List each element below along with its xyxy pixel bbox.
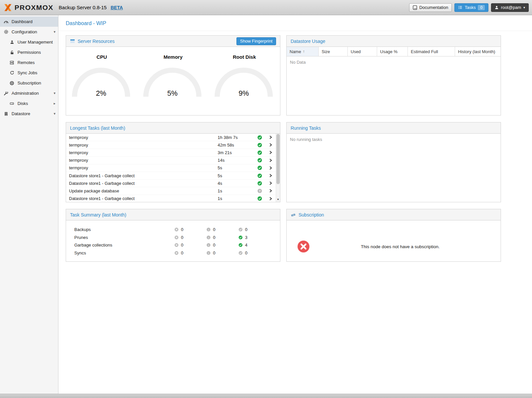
ok-count: 0: [245, 227, 247, 232]
summary-ok-cell: 0: [238, 227, 270, 232]
server-resources-panel: Server Resources Show Fingerprint CPU: [66, 35, 280, 116]
longest-tasks-header: Longest Tasks (last Month): [66, 122, 280, 134]
task-duration: 1h 38m 7s: [218, 135, 254, 140]
proxmox-x-icon: [3, 3, 13, 12]
warning-circle-icon: !: [206, 227, 211, 232]
sidebar-item-permissions[interactable]: Permissions: [0, 47, 58, 57]
sidebar-item-subscription[interactable]: Subscription: [0, 78, 58, 88]
sidebar-item-dashboard[interactable]: Dashboard: [0, 17, 58, 27]
chevron-right-icon[interactable]: [265, 173, 276, 178]
refresh-icon: [9, 71, 15, 75]
dashboard-icon: [3, 19, 9, 24]
user-menu-button[interactable]: root@pam ▾: [491, 3, 529, 12]
scroll-down-arrow[interactable]: ▼: [276, 197, 280, 202]
task-duration: 14s: [218, 158, 254, 163]
summary-label: Garbage collections: [66, 243, 174, 248]
summary-ok-cell: 3: [238, 235, 270, 240]
task-list-icon: [458, 5, 462, 10]
chevron-right-icon[interactable]: [265, 188, 276, 193]
chevron-right-icon[interactable]: [265, 196, 276, 201]
sort-ascending-icon: ↑: [303, 49, 305, 54]
sidebar-item-user-management[interactable]: User Management: [0, 37, 58, 47]
gauge-label: Root Disk: [211, 54, 277, 60]
svg-text:!: !: [208, 251, 209, 254]
task-row[interactable]: Datastore store1 - Garbage collect 5s: [66, 172, 276, 180]
sidebar-item-sync-jobs[interactable]: Sync Jobs: [0, 68, 58, 78]
task-row[interactable]: Datastore store1 - Garbage collect 1s: [66, 195, 276, 202]
task-row[interactable]: termproxy 42m 58s: [66, 141, 276, 149]
brand-wordmark: PROXMOX: [15, 4, 53, 12]
sidebar-item-administration[interactable]: Administration ▾: [0, 88, 58, 98]
vertical-scrollbar[interactable]: ▼: [276, 134, 280, 202]
longest-tasks-panel: Longest Tasks (last Month) termproxy 1h …: [66, 122, 280, 202]
summary-warnings-cell: ! 0: [206, 227, 238, 232]
column-label: History (last Month): [458, 49, 495, 54]
column-label: Name: [290, 49, 301, 54]
column-header-usage-pct[interactable]: Usage %: [377, 47, 408, 56]
task-duration: 3m 21s: [218, 150, 254, 155]
task-summary-panel: Task Summary (last Month) Backups 0 ! 0: [66, 209, 280, 262]
documentation-button[interactable]: Documentation: [409, 3, 452, 12]
task-row[interactable]: termproxy 3m 21s: [66, 149, 276, 156]
window-bottom-strip: [0, 394, 532, 398]
proxmox-backup-server-app: PROXMOX Backup Server 0.8-15 BETA Docume…: [0, 0, 532, 398]
column-label: Usage %: [380, 49, 398, 54]
error-circle-icon: [174, 227, 179, 232]
datastore-icon: [3, 112, 9, 116]
chevron-right-icon[interactable]: [265, 150, 276, 155]
tasks-button[interactable]: Tasks 0: [454, 3, 488, 12]
column-header-size[interactable]: Size: [319, 47, 348, 56]
beta-link[interactable]: BETA: [111, 5, 123, 10]
task-ok-icon: [254, 150, 265, 155]
sidebar-item-disks[interactable]: Disks ▸: [0, 98, 58, 109]
task-summary-body: Backups 0 ! 0 0: [66, 220, 280, 261]
chevron-right-icon[interactable]: [265, 181, 276, 185]
error-count: 0: [181, 243, 183, 248]
chevron-right-icon[interactable]: [265, 135, 276, 140]
chevron-right-icon[interactable]: [265, 166, 276, 170]
proxmox-logo: PROXMOX: [3, 3, 53, 12]
task-row[interactable]: Update package database 1s ?: [66, 187, 276, 195]
ok-count: 3: [245, 235, 247, 240]
task-name: termproxy: [66, 165, 218, 170]
product-version: Backup Server 0.8-15: [59, 5, 107, 10]
subscription-message: This node does not have a subscription.: [310, 244, 501, 249]
root-disk-gauge: Root Disk 9%: [211, 51, 277, 99]
task-duration: 5s: [218, 165, 254, 170]
sidebar-item-configuration[interactable]: Configuration ▾: [0, 27, 58, 37]
show-fingerprint-button[interactable]: Show Fingerprint: [236, 37, 276, 45]
gauge-percent: 5%: [167, 89, 177, 97]
server-resources-header: Server Resources Show Fingerprint: [66, 36, 280, 47]
user-icon: [495, 5, 499, 10]
wrench-icon: [3, 91, 9, 96]
column-header-estimated-full[interactable]: Estimated Full: [408, 47, 455, 56]
gauge-percent: 2%: [96, 89, 106, 97]
gears-icon: [3, 29, 9, 34]
chevron-right-icon[interactable]: [265, 158, 276, 163]
sidebar-item-remotes[interactable]: Remotes: [0, 57, 58, 68]
column-header-used[interactable]: Used: [348, 47, 377, 56]
top-header-bar: PROXMOX Backup Server 0.8-15 BETA Docume…: [0, 0, 532, 15]
column-header-name[interactable]: Name ↑: [287, 47, 319, 56]
sidebar-item-datastore[interactable]: Datastore ▾: [0, 109, 58, 119]
task-unknown-icon: ?: [254, 188, 265, 193]
summary-errors-cell: 0: [174, 250, 206, 255]
chevron-right-icon[interactable]: [265, 143, 276, 147]
task-row[interactable]: termproxy 14s: [66, 157, 276, 164]
task-row[interactable]: termproxy 1h 38m 7s: [66, 134, 276, 141]
task-row[interactable]: termproxy 5s: [66, 164, 276, 172]
ok-count: 0: [245, 250, 247, 255]
summary-row-prunes: Prunes 0 ! 0 3: [66, 234, 280, 242]
scrollbar-thumb[interactable]: [276, 134, 280, 184]
column-header-history[interactable]: History (last Month): [455, 47, 501, 56]
task-row[interactable]: Datastore store1 - Garbage collect 4s: [66, 180, 276, 187]
longest-tasks-list: termproxy 1h 38m 7s termproxy 42m 58s: [66, 134, 280, 202]
task-name: termproxy: [66, 143, 218, 148]
longest-tasks-body: termproxy 1h 38m 7s termproxy 42m 58s: [66, 134, 280, 202]
warning-count: 0: [213, 243, 215, 248]
summary-label: Prunes: [66, 235, 174, 240]
datastore-usage-panel: Datastore Usage Name ↑ Size: [286, 35, 501, 116]
page-title: Dashboard - WIP: [58, 15, 532, 31]
task-ok-icon: [254, 181, 265, 186]
summary-row-syncs: Syncs 0 ! 0 0: [66, 249, 280, 257]
